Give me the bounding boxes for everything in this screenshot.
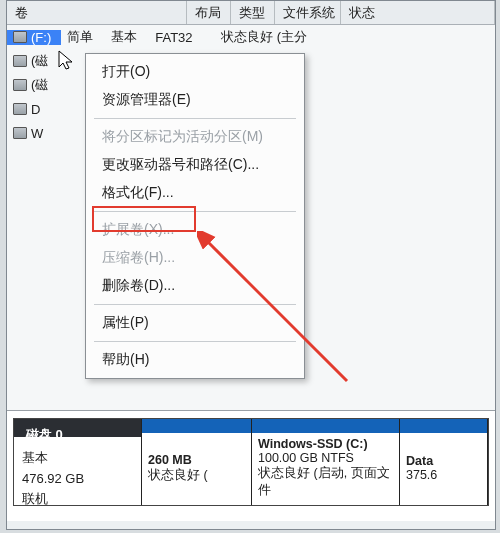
menu-properties[interactable]: 属性(P) bbox=[88, 309, 302, 337]
partition-name: Windows-SSD (C:) bbox=[258, 437, 393, 451]
disk-basic: 基本 bbox=[22, 449, 133, 467]
menu-open[interactable]: 打开(O) bbox=[88, 58, 302, 86]
disk-management-frame: 卷 布局 类型 文件系统 状态 (F:) 简单 基本 FAT32 状态良好 (主… bbox=[6, 0, 496, 530]
col-header-layout[interactable]: 布局 bbox=[187, 1, 231, 24]
disk-size: 476.92 GB bbox=[22, 471, 133, 486]
volume-list-pane: 卷 布局 类型 文件系统 状态 (F:) 简单 基本 FAT32 状态良好 (主… bbox=[7, 1, 495, 411]
volume-list-header: 卷 布局 类型 文件系统 状态 bbox=[7, 1, 495, 25]
status-cell: 状态良好 (主分 bbox=[215, 28, 495, 46]
volume-cell: (F:) bbox=[7, 30, 61, 45]
menu-explorer[interactable]: 资源管理器(E) bbox=[88, 86, 302, 114]
partition[interactable]: Windows-SSD (C:) 100.00 GB NTFS 状态良好 (启动… bbox=[252, 419, 400, 505]
partition-size: 100.00 GB NTFS bbox=[258, 451, 393, 465]
col-header-filesystem[interactable]: 文件系统 bbox=[275, 1, 341, 24]
menu-shrink: 压缩卷(H)... bbox=[88, 244, 302, 272]
col-header-volume[interactable]: 卷 bbox=[7, 1, 187, 24]
menu-mark-active: 将分区标记为活动分区(M) bbox=[88, 123, 302, 151]
disk-online: 联机 bbox=[22, 490, 133, 508]
disk-label[interactable]: 磁盘 0 基本 476.92 GB 联机 bbox=[14, 419, 142, 505]
menu-change-letter[interactable]: 更改驱动器号和路径(C)... bbox=[88, 151, 302, 179]
partition-status: 状态良好 (启动, 页面文件 bbox=[258, 465, 393, 499]
menu-separator bbox=[94, 211, 296, 212]
menu-separator bbox=[94, 341, 296, 342]
partition[interactable]: 260 MB 状态良好 ( bbox=[142, 419, 252, 505]
drive-icon bbox=[13, 55, 27, 67]
disk-header: 磁盘 0 bbox=[22, 425, 133, 445]
menu-delete[interactable]: 删除卷(D)... bbox=[88, 272, 302, 300]
volume-label: (F:) bbox=[31, 30, 51, 45]
menu-help[interactable]: 帮助(H) bbox=[88, 346, 302, 374]
menu-extend: 扩展卷(X)... bbox=[88, 216, 302, 244]
disk-row: 磁盘 0 基本 476.92 GB 联机 260 MB 状态良好 ( Windo… bbox=[13, 418, 489, 506]
partition-size: 260 MB bbox=[148, 453, 245, 467]
drive-icon bbox=[13, 103, 27, 115]
partition-size: 375.6 bbox=[406, 468, 481, 482]
type-cell: 基本 bbox=[105, 28, 149, 46]
col-header-status[interactable]: 状态 bbox=[341, 1, 495, 24]
drive-icon bbox=[13, 127, 27, 139]
context-menu: 打开(O) 资源管理器(E) 将分区标记为活动分区(M) 更改驱动器号和路径(C… bbox=[85, 53, 305, 379]
menu-separator bbox=[94, 118, 296, 119]
disk-map-pane: 磁盘 0 基本 476.92 GB 联机 260 MB 状态良好 ( Windo… bbox=[7, 411, 495, 521]
volume-row-selected[interactable]: (F:) 简单 基本 FAT32 状态良好 (主分 bbox=[7, 25, 495, 49]
drive-icon bbox=[13, 79, 27, 91]
drive-icon bbox=[13, 31, 27, 43]
layout-cell: 简单 bbox=[61, 28, 105, 46]
partition[interactable]: Data 375.6 bbox=[400, 419, 488, 505]
menu-format[interactable]: 格式化(F)... bbox=[88, 179, 302, 207]
menu-separator bbox=[94, 304, 296, 305]
col-header-type[interactable]: 类型 bbox=[231, 1, 275, 24]
fs-cell: FAT32 bbox=[149, 30, 215, 45]
partition-status: 状态良好 ( bbox=[148, 467, 245, 484]
partition-name: Data bbox=[406, 454, 481, 468]
